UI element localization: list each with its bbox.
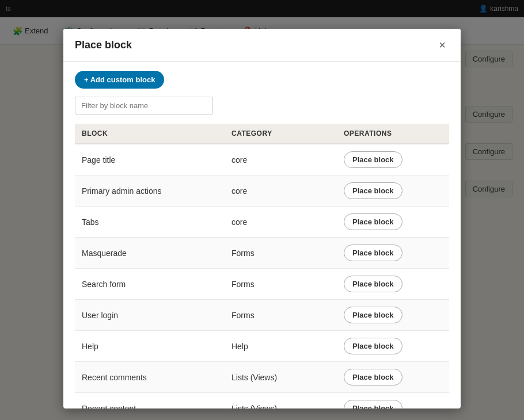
table-row: MasqueradeFormsPlace block xyxy=(75,238,449,269)
block-category-cell: core xyxy=(225,144,337,175)
modal-body: + Add custom block BLOCK CATEGORY OPERAT… xyxy=(63,62,461,408)
block-operations-cell: Place block xyxy=(337,207,449,238)
filter-by-block-name-input[interactable] xyxy=(75,97,213,114)
table-row: User loginFormsPlace block xyxy=(75,300,449,331)
block-category-cell: Lists (Views) xyxy=(225,393,337,409)
col-header-operations: OPERATIONS xyxy=(337,124,449,144)
block-category-cell: Forms xyxy=(225,238,337,269)
table-row: HelpHelpPlace block xyxy=(75,331,449,362)
table-row: Recent commentsLists (Views)Place block xyxy=(75,362,449,393)
place-block-button[interactable]: Place block xyxy=(344,338,403,354)
place-block-button[interactable]: Place block xyxy=(344,245,403,261)
block-operations-cell: Place block xyxy=(337,144,449,175)
block-category-cell: core xyxy=(225,175,337,207)
table-row: Primary admin actionscorePlace block xyxy=(75,175,449,207)
place-block-button[interactable]: Place block xyxy=(344,213,403,230)
table-row: TabscorePlace block xyxy=(75,207,449,238)
block-category-cell: core xyxy=(225,207,337,238)
block-category-cell: Forms xyxy=(225,300,337,331)
modal-title: Place block xyxy=(75,39,132,51)
block-category-cell: Lists (Views) xyxy=(225,362,337,393)
block-name-cell: Search form xyxy=(75,269,225,300)
add-custom-block-button[interactable]: + Add custom block xyxy=(75,71,164,89)
table-row: Search formFormsPlace block xyxy=(75,269,449,300)
block-name-cell: Recent content xyxy=(75,393,225,409)
place-block-button[interactable]: Place block xyxy=(344,307,403,323)
col-header-category: CATEGORY xyxy=(225,124,337,144)
place-block-button[interactable]: Place block xyxy=(344,182,403,199)
block-name-cell: Primary admin actions xyxy=(75,175,225,207)
block-name-cell: Masquerade xyxy=(75,238,225,269)
blocks-table-body: Page titlecorePlace blockPrimary admin a… xyxy=(75,144,449,408)
place-block-button[interactable]: Place block xyxy=(344,400,403,408)
place-block-button[interactable]: Place block xyxy=(344,276,403,292)
modal-header: Place block × xyxy=(63,29,461,62)
block-operations-cell: Place block xyxy=(337,362,449,393)
block-name-cell: Recent comments xyxy=(75,362,225,393)
block-operations-cell: Place block xyxy=(337,393,449,409)
block-operations-cell: Place block xyxy=(337,175,449,207)
col-header-block: BLOCK xyxy=(75,124,225,144)
block-operations-cell: Place block xyxy=(337,238,449,269)
block-category-cell: Forms xyxy=(225,269,337,300)
place-block-modal: Place block × + Add custom block BLOCK C… xyxy=(63,29,461,408)
place-block-button[interactable]: Place block xyxy=(344,369,403,385)
block-operations-cell: Place block xyxy=(337,300,449,331)
block-name-cell: User login xyxy=(75,300,225,331)
block-name-cell: Help xyxy=(75,331,225,362)
blocks-table-header: BLOCK CATEGORY OPERATIONS xyxy=(75,124,449,144)
block-operations-cell: Place block xyxy=(337,269,449,300)
modal-close-button[interactable]: × xyxy=(435,38,449,52)
block-name-cell: Page title xyxy=(75,144,225,175)
table-row: Recent contentLists (Views)Place block xyxy=(75,393,449,409)
block-name-cell: Tabs xyxy=(75,207,225,238)
block-operations-cell: Place block xyxy=(337,331,449,362)
place-block-button[interactable]: Place block xyxy=(344,151,403,168)
block-category-cell: Help xyxy=(225,331,337,362)
table-row: Page titlecorePlace block xyxy=(75,144,449,175)
blocks-table-header-row: BLOCK CATEGORY OPERATIONS xyxy=(75,124,449,144)
blocks-table: BLOCK CATEGORY OPERATIONS Page titlecore… xyxy=(75,124,449,408)
